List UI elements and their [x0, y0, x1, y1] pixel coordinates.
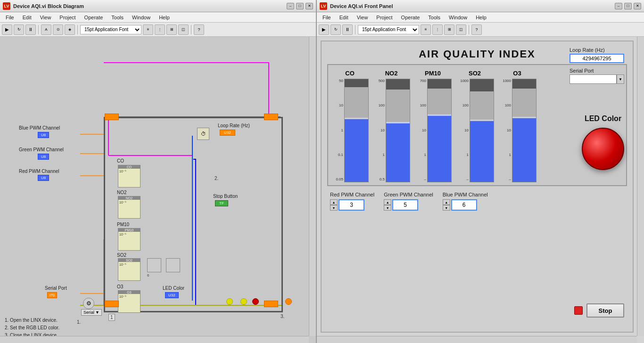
bd-num2: 2. [215, 176, 218, 181]
co-block-label: CO [117, 158, 124, 163]
fp-menu-help[interactable]: Help [472, 14, 490, 21]
bd-hscroll[interactable] [0, 336, 309, 343]
co-chart: CO 50 10 1 0.1 0.05 [331, 70, 369, 182]
bd-text-btn[interactable]: A [41, 24, 51, 35]
fp-serial-input[interactable] [570, 74, 617, 84]
orange-terminal-top-left [105, 114, 119, 120]
serial-dropdown-bd[interactable]: Serial ▼ [81, 309, 102, 316]
blue-pwm-spinbtns[interactable]: ▲ ▼ [443, 199, 450, 211]
blue-pwm-down[interactable]: ▼ [443, 205, 450, 211]
bd-resize-btn[interactable]: ⊞ [166, 24, 177, 35]
bd-close-btn[interactable]: ✕ [305, 3, 313, 9]
stop-btn-bd[interactable]: TF [215, 200, 228, 206]
so2-extra1 [147, 258, 161, 272]
fp-menu-view[interactable]: View [353, 14, 372, 21]
fp-help-btn[interactable]: ? [471, 24, 482, 35]
fp-serial-label: Serial Port [570, 68, 624, 74]
fp-resize-btn[interactable]: ⊞ [444, 24, 454, 35]
fp-minimize-btn[interactable]: – [615, 3, 622, 9]
no2-block: NO2 10⁻⁵ [118, 196, 140, 219]
bd-sep1 [38, 25, 39, 34]
fp-menu-window[interactable]: Window [445, 14, 471, 21]
fp-menu-file[interactable]: File [319, 14, 335, 21]
orange-terminal-bottom-left [105, 301, 119, 307]
bd-titlebar: LV Device AQI.vi Block Diagram – □ ✕ [0, 0, 316, 12]
fp-hscroll[interactable] [317, 336, 637, 343]
o3-bar-fill [512, 117, 536, 182]
green-pwm-value[interactable]: 5 [392, 199, 418, 211]
green-pwm-label: Green PWM Channel [19, 147, 64, 152]
fp-vscroll[interactable] [637, 37, 644, 336]
fp-pause-btn[interactable]: ⏸ [342, 24, 353, 35]
bd-menu-edit[interactable]: Edit [19, 14, 35, 21]
bd-vscroll[interactable] [309, 37, 316, 336]
fp-loop-rate-value[interactable]: 4294967295 [570, 54, 624, 63]
fp-menu-project[interactable]: Project [372, 14, 396, 21]
green-pwm-down[interactable]: ▼ [384, 205, 391, 211]
bd-window-controls[interactable]: – □ ✕ [287, 3, 313, 9]
fp-serial-row: ▼ [570, 74, 624, 84]
bd-menubar: File Edit View Project Operate Tools Win… [0, 12, 316, 23]
bd-minimize-btn[interactable]: – [287, 3, 294, 9]
o3-block: O3 10⁻⁵ [118, 290, 140, 313]
blue-pwm-up[interactable]: ▲ [443, 199, 450, 205]
fp-dist-btn[interactable]: ⋮ [432, 24, 443, 35]
fp-led-section: LED Color [582, 114, 624, 170]
no2-bar-top [386, 79, 410, 90]
fp-menu-edit[interactable]: Edit [336, 14, 352, 21]
bd-menu-project[interactable]: Project [56, 14, 79, 21]
pm10-scale: 700 100 10 1 – [414, 79, 426, 182]
fp-close-btn[interactable]: ✕ [634, 3, 641, 9]
bd-run-btn[interactable]: ▶ [2, 24, 12, 35]
green-pwm-up[interactable]: ▲ [384, 199, 391, 205]
red-pwm-spinbtns[interactable]: ▲ ▼ [330, 199, 338, 211]
so2-bar-top [470, 79, 494, 91]
bd-menu-file[interactable]: File [2, 14, 18, 21]
bd-menu-help[interactable]: Help [155, 14, 173, 21]
connector4 [285, 298, 292, 305]
blue-pwm-value[interactable]: 6 [451, 199, 477, 211]
fp-font-selector[interactable]: 15pt Application Font [358, 25, 419, 34]
fp-run-btn[interactable]: ▶ [319, 24, 329, 35]
fp-run-cont-btn[interactable]: ↻ [330, 24, 341, 35]
fp-stop-button[interactable]: Stop [586, 303, 624, 318]
red-pwm-down[interactable]: ▼ [330, 205, 338, 211]
bd-pause-btn[interactable]: ⏸ [25, 24, 36, 35]
bd-menu-view[interactable]: View [36, 14, 55, 21]
bd-bp-btn[interactable]: ◈ [65, 24, 75, 35]
bd-dist-btn[interactable]: ⋮ [155, 24, 165, 35]
green-pwm-spinbtns[interactable]: ▲ ▼ [384, 199, 391, 211]
charts-row: CO 50 10 1 0.1 0.05 [331, 70, 623, 182]
red-pwm-label: Red PWM Channel [19, 169, 59, 174]
bd-align-btn[interactable]: ≡ [143, 24, 153, 35]
bd-canvas: Blue PWM Channel U8 Green PWM Channel U8… [0, 37, 316, 343]
fp-sep1 [355, 25, 355, 34]
red-pwm-up[interactable]: ▲ [330, 199, 338, 205]
bd-maximize-btn[interactable]: □ [296, 3, 304, 9]
fp-window-controls[interactable]: – □ ✕ [615, 3, 641, 9]
so2-bar-wave [470, 120, 494, 121]
fp-menu-operate[interactable]: Operate [397, 14, 424, 21]
led-color-bd-label: LED Color [163, 286, 184, 291]
no2-scale: 500 100 10 1 0.5 [372, 79, 385, 182]
so2-chart-label: SO2 [469, 70, 481, 77]
bd-menu-window[interactable]: Window [128, 14, 154, 21]
bd-probe-btn[interactable]: ⊙ [53, 24, 63, 35]
fp-maximize-btn[interactable]: □ [624, 3, 632, 9]
fp-main-panel: AIR QUALITY INDEX CO 50 10 1 0.1 [321, 41, 634, 333]
red-pwm-value[interactable]: 3 [339, 199, 364, 211]
bd-font-selector[interactable]: 15pt Application Font [80, 25, 141, 34]
fp-serial-dropdown-btn[interactable]: ▼ [617, 74, 624, 84]
pm10-bar-top [428, 79, 451, 89]
bd-order-btn[interactable]: ◫ [178, 24, 189, 35]
bd-menu-operate[interactable]: Operate [81, 14, 107, 21]
bd-loop-num: 1 [108, 314, 115, 321]
fp-menu-tools[interactable]: Tools [424, 14, 444, 21]
fp-order-btn[interactable]: ◫ [456, 24, 466, 35]
bd-help-btn[interactable]: ? [194, 24, 204, 35]
bd-run-cont-btn[interactable]: ↻ [14, 24, 24, 35]
connector2 [240, 298, 247, 305]
fp-align-btn[interactable]: ≡ [421, 24, 431, 35]
bd-menu-tools[interactable]: Tools [107, 14, 127, 21]
fp-toolbar: ▶ ↻ ⏸ 15pt Application Font ≡ ⋮ ⊞ ◫ ? [317, 23, 644, 37]
